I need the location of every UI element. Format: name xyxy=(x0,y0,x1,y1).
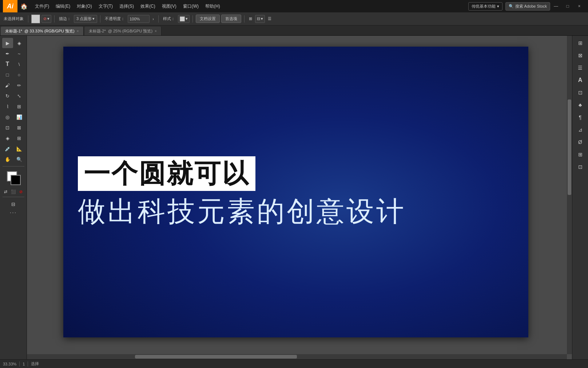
symbol-tools-pair: ◎ 📊 xyxy=(2,112,25,122)
horizontal-scroll-thumb[interactable] xyxy=(135,355,297,359)
tab-doc1[interactable]: 未标题-1* @ 33.33% (RGB/GPU 预览) × xyxy=(1,27,84,35)
rotate-tool[interactable]: ↻ xyxy=(2,91,13,101)
vertical-scrollbar[interactable] xyxy=(567,36,572,354)
menu-view[interactable]: 视图(V) xyxy=(159,2,179,11)
menu-window[interactable]: 窗口(W) xyxy=(180,2,202,11)
menu-help[interactable]: 帮助(H) xyxy=(202,2,223,11)
horizontal-scrollbar[interactable] xyxy=(27,354,567,359)
transform-panel-button[interactable]: ⊿ xyxy=(575,125,586,135)
chevron-down-icon: ▾ xyxy=(92,16,95,21)
tab-doc1-close[interactable]: × xyxy=(77,29,79,33)
text-block-2[interactable]: 做出科技元素的创意设计 xyxy=(78,195,514,228)
color-swatch-area xyxy=(5,170,21,186)
line-tool[interactable]: \ xyxy=(14,59,25,69)
rectangle-tool[interactable]: □ xyxy=(2,70,13,80)
doc-settings-button[interactable]: 文档设置 xyxy=(196,15,220,23)
column-graph-tool[interactable]: 📊 xyxy=(14,112,25,122)
tab-doc2[interactable]: 未标题-2* @ 25% (RGB/GPU 预览) × xyxy=(84,27,162,35)
pencil-tool[interactable]: ✏ xyxy=(14,80,25,90)
menu-object[interactable]: 对象(O) xyxy=(74,2,95,11)
default-colors-icon[interactable]: ⬛ xyxy=(10,188,17,195)
zoom-level: 33.33% xyxy=(3,362,16,366)
eyedrop-tools-pair: 💉 📐 xyxy=(2,144,25,154)
title-right-controls: 传统基本功能 ▾ 🔍 搜索 Adobe Stock xyxy=(468,2,550,11)
font-panel-button[interactable]: A xyxy=(575,75,586,85)
tab-doc2-title: 未标题-2* xyxy=(89,28,106,34)
opacity-arrow[interactable]: › xyxy=(151,16,155,22)
style-dropdown[interactable]: ▾ xyxy=(178,15,190,23)
layers-panel-button[interactable]: ☰ xyxy=(575,63,586,73)
menu-edit[interactable]: 编辑(E) xyxy=(53,2,73,11)
eyedropper-tool[interactable]: 💉 xyxy=(2,144,13,154)
free-transform-tool[interactable]: ⊞ xyxy=(14,101,25,111)
home-button[interactable]: 🏠 xyxy=(19,1,29,11)
artboard-value: 1 xyxy=(23,362,25,366)
type-tools-pair: T \ xyxy=(2,59,25,69)
direct-selection-tool[interactable]: ◈ xyxy=(14,38,25,48)
view-mode-dropdown[interactable]: ⊟ ▾ xyxy=(255,15,265,23)
reshape-tools-pair: ↻ ⤡ xyxy=(2,91,25,101)
stock-search-box[interactable]: 🔍 搜索 Adobe Stock xyxy=(505,2,550,11)
menu-effect[interactable]: 效果(C) xyxy=(138,2,158,11)
menu-file[interactable]: 文件(F) xyxy=(32,2,52,11)
mesh-tool[interactable]: ⊞ xyxy=(14,133,25,143)
toolbar-sep-3 xyxy=(100,15,100,23)
minimize-button[interactable]: — xyxy=(550,0,562,12)
toolbar-sep-1 xyxy=(28,15,28,23)
stroke-dropdown[interactable]: 3 点圆形 ▾ xyxy=(74,15,97,23)
close-button[interactable]: × xyxy=(573,0,585,12)
zoom-value: 33.33% xyxy=(3,362,16,366)
extra-panel-button[interactable]: ⊡ xyxy=(575,162,586,172)
puppet-warp-button[interactable]: ♣ xyxy=(575,100,586,110)
workspace-preset-label: 传统基本功能 xyxy=(472,4,496,9)
libraries-panel-button[interactable]: ⊠ xyxy=(575,50,586,60)
curvature-tool[interactable]: ~ xyxy=(14,48,25,59)
pen-tool[interactable]: ✒ xyxy=(2,48,13,59)
align-panel-button[interactable]: ⊞ xyxy=(575,149,586,160)
swap-colors-icon[interactable]: ⇄ xyxy=(3,188,9,195)
workspace-preset-dropdown[interactable]: 传统基本功能 ▾ xyxy=(468,2,502,11)
tab-doc2-close[interactable]: × xyxy=(155,29,157,33)
menu-text[interactable]: 文字(T) xyxy=(96,2,116,11)
paragraph-panel-button[interactable]: ¶ xyxy=(575,112,586,122)
color-extras: ⇄ ⬛ ⊘ xyxy=(3,188,24,195)
warp-tool[interactable]: ⌇ xyxy=(2,101,13,111)
type-tool[interactable]: T xyxy=(2,59,13,69)
stroke-color-dropdown[interactable]: ⊘ ▾ xyxy=(41,15,51,23)
text-block-1[interactable]: 一个圆就可以 xyxy=(78,156,255,191)
warp-tools-pair: ⌇ ⊞ xyxy=(2,101,25,111)
selection-tool[interactable]: ▶ xyxy=(2,38,13,48)
slice-tool[interactable]: ⊠ xyxy=(14,122,25,133)
measure-tool[interactable]: 📐 xyxy=(14,144,25,154)
headline-text: 一个圆就可以 xyxy=(84,159,250,188)
maximize-button[interactable]: □ xyxy=(562,0,573,12)
menu-select[interactable]: 选择(S) xyxy=(116,2,137,11)
no-selection-label: 未选择对象 xyxy=(4,16,24,21)
scale-tool[interactable]: ⤡ xyxy=(14,91,25,101)
opacity-input[interactable] xyxy=(128,15,150,23)
panel-toggle[interactable]: ☰ xyxy=(266,16,273,22)
properties-panel-button[interactable]: ⊞ xyxy=(575,38,586,48)
gradient-tool[interactable]: ◈ xyxy=(2,133,13,143)
symbol-sprayer-tool[interactable]: ◎ xyxy=(2,112,13,122)
more-tools-button[interactable]: ··· xyxy=(10,210,17,216)
vertical-scroll-thumb[interactable] xyxy=(568,99,571,195)
stroke-panel-button[interactable]: Ø xyxy=(575,137,586,147)
artboard-tool[interactable]: ⊡ xyxy=(2,122,13,133)
stroke-color-swatch[interactable] xyxy=(11,175,21,185)
change-screen-mode-button[interactable]: ⊟ xyxy=(8,199,19,209)
none-color-icon[interactable]: ⊘ xyxy=(18,188,24,195)
zoom-tool[interactable]: 🔍 xyxy=(14,154,25,164)
stroke-color-icon: ⊘ xyxy=(43,16,47,21)
artboard-panel-button[interactable]: ⊡ xyxy=(575,87,586,98)
fill-color-box[interactable] xyxy=(31,15,40,23)
preferences-button[interactable]: 首选项 xyxy=(221,15,241,23)
subheadline-text: 做出科技元素的创意设计 xyxy=(78,196,406,227)
arrange-button[interactable]: ⊞ xyxy=(247,16,254,22)
ellipse-tool[interactable]: ○ xyxy=(14,70,25,80)
hand-tool[interactable]: ✋ xyxy=(2,154,13,164)
tool-sep-2 xyxy=(3,197,24,197)
stroke-label: 描边： xyxy=(57,15,72,22)
paintbrush-tool[interactable]: 🖌 xyxy=(2,80,13,90)
pen-tools-pair: ✒ ~ xyxy=(2,48,25,59)
